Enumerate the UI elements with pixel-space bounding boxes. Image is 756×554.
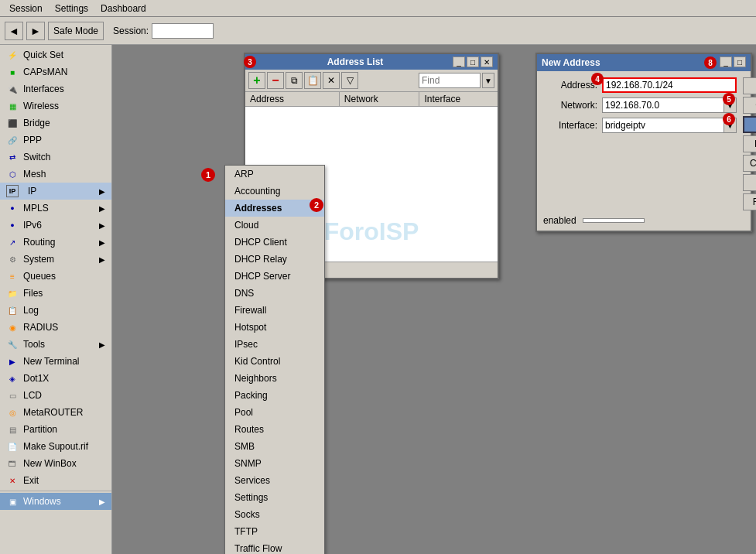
addr-find-input[interactable] xyxy=(419,73,481,88)
sidebar-item-routing[interactable]: ↗ Routing ▶ xyxy=(0,234,111,251)
submenu-dhcp-client[interactable]: DHCP Client xyxy=(225,234,324,251)
submenu-dhcp-server[interactable]: DHCP Server xyxy=(225,268,324,285)
submenu-neighbors[interactable]: Neighbors xyxy=(225,370,324,387)
sidebar-label-lcd: LCD xyxy=(23,390,42,401)
comment-button[interactable]: Comment xyxy=(743,155,756,172)
submenu-snmp[interactable]: SNMP xyxy=(225,455,324,472)
sidebar-item-dot1x[interactable]: ◈ Dot1X xyxy=(0,370,111,387)
apply-button[interactable]: Apply xyxy=(743,116,756,133)
submenu-kid-control[interactable]: Kid Control xyxy=(225,353,324,370)
submenu-tftp[interactable]: TFTP xyxy=(225,523,324,540)
addr-list-maximize[interactable]: □ xyxy=(467,56,479,67)
copy-action-button[interactable]: Copy xyxy=(743,174,756,191)
interface-input[interactable] xyxy=(602,118,724,133)
submenu-services[interactable]: Services xyxy=(225,472,324,489)
cancel-button[interactable]: 7 Cancel xyxy=(743,97,756,114)
sidebar-item-log[interactable]: 📋 Log xyxy=(0,302,111,319)
forward-button[interactable]: ► xyxy=(26,22,45,40)
network-input[interactable] xyxy=(602,97,724,113)
ip-submenu: ARP Accounting Addresses Cloud DHCP Clie… xyxy=(224,165,325,554)
sidebar-item-files[interactable]: 📁 Files xyxy=(0,285,111,302)
interface-select-wrapper: ▼ xyxy=(602,118,737,133)
submenu-dns[interactable]: DNS xyxy=(225,285,324,302)
submenu-dhcp-relay[interactable]: DHCP Relay xyxy=(225,251,324,268)
safe-mode-button[interactable]: Safe Mode xyxy=(48,22,104,40)
addr-add-button[interactable]: + xyxy=(248,72,265,89)
submenu-socks[interactable]: Socks xyxy=(225,506,324,523)
new-addr-titlebar: New Address 8 _ □ xyxy=(537,54,751,71)
submenu-ipsec[interactable]: IPsec xyxy=(225,336,324,353)
tools-icon: 🔧 xyxy=(6,338,19,351)
addr-copy-button[interactable]: ⧉ xyxy=(286,72,303,89)
submenu-arp[interactable]: ARP xyxy=(225,166,324,183)
addr-list-close[interactable]: ✕ xyxy=(481,56,493,67)
sidebar: ⚡ Quick Set ■ CAPsMAN 🔌 Interfaces ▦ Wir… xyxy=(0,45,112,554)
addr-filter-button[interactable]: ▽ xyxy=(341,72,358,89)
sidebar-item-quick-set[interactable]: ⚡ Quick Set xyxy=(0,46,111,63)
sidebar-item-capsman[interactable]: ■ CAPsMAN xyxy=(0,63,111,80)
submenu-hotspot[interactable]: Hotspot xyxy=(225,319,324,336)
sidebar-item-bridge[interactable]: ⬛ Bridge xyxy=(0,115,111,132)
sidebar-separator xyxy=(0,491,111,491)
sidebar-item-ip[interactable]: IP IP ▶ xyxy=(0,183,111,200)
addr-delete-button[interactable]: ✕ xyxy=(323,72,340,89)
back-button[interactable]: ◄ xyxy=(5,22,23,40)
submenu-packing[interactable]: Packing xyxy=(225,387,324,404)
remove-button[interactable]: Remove xyxy=(743,193,756,210)
addr-table-header: Address Network Interface xyxy=(245,92,498,107)
system-arrow: ▶ xyxy=(99,255,105,264)
sidebar-item-system[interactable]: ⚙ System ▶ xyxy=(0,251,111,268)
sidebar-item-metarouter[interactable]: ◎ MetaROUTER xyxy=(0,404,111,421)
sidebar-item-partition[interactable]: ▤ Partition xyxy=(0,421,111,438)
session-input[interactable] xyxy=(152,23,214,39)
submenu-firewall[interactable]: Firewall xyxy=(225,302,324,319)
sidebar-item-ipv6[interactable]: ● IPv6 ▶ xyxy=(0,217,111,234)
log-icon: 📋 xyxy=(6,304,19,316)
menu-dashboard[interactable]: Dashboard xyxy=(94,2,152,15)
ok-button[interactable]: OK xyxy=(743,77,756,94)
sidebar-label-exit: Exit xyxy=(23,475,39,486)
sidebar-item-new-winbox[interactable]: 🗔 New WinBox xyxy=(0,455,111,472)
sidebar-item-wireless[interactable]: ▦ Wireless xyxy=(0,97,111,115)
sidebar-item-tools[interactable]: 🔧 Tools ▶ xyxy=(0,336,111,353)
windows-icon: ▣ xyxy=(6,495,19,508)
sidebar-item-radius[interactable]: ◉ RADIUS xyxy=(0,319,111,336)
ip-arrow: ▶ xyxy=(99,187,105,196)
sidebar-item-queues[interactable]: ≡ Queues xyxy=(0,268,111,285)
sidebar-item-windows[interactable]: ▣ Windows ▶ xyxy=(0,493,111,510)
sidebar-item-mpls[interactable]: ● MPLS ▶ xyxy=(0,200,111,217)
addr-list-minimize[interactable]: _ xyxy=(453,56,465,67)
addr-paste-button[interactable]: 📋 xyxy=(304,72,321,89)
disable-button[interactable]: Disable xyxy=(743,135,756,152)
submenu-routes[interactable]: Routes xyxy=(225,421,324,438)
sidebar-item-switch[interactable]: ⇄ Switch xyxy=(0,149,111,166)
enabled-value xyxy=(583,218,645,223)
submenu-settings[interactable]: Settings xyxy=(225,489,324,506)
addr-find-dropdown[interactable]: ▼ xyxy=(482,73,494,88)
sidebar-item-new-terminal[interactable]: ▶ New Terminal xyxy=(0,353,111,370)
network-select-wrapper: ▼ xyxy=(602,97,737,113)
sidebar-label-queues: Queues xyxy=(23,271,56,282)
sidebar-item-mesh[interactable]: ⬡ Mesh xyxy=(0,166,111,183)
submenu-pool[interactable]: Pool xyxy=(225,404,324,421)
badge-3: 3 xyxy=(244,56,256,68)
sidebar-item-ppp[interactable]: 🔗 PPP xyxy=(0,132,111,149)
sidebar-item-exit[interactable]: ✕ Exit xyxy=(0,472,111,489)
submenu-accounting[interactable]: Accounting xyxy=(225,183,324,200)
addr-remove-button[interactable]: − xyxy=(267,72,284,89)
new-addr-maximize[interactable]: □ xyxy=(734,56,746,67)
menu-session[interactable]: Session xyxy=(3,2,49,15)
capsman-icon: ■ xyxy=(6,66,19,78)
new-addr-minimize[interactable]: _ xyxy=(720,56,732,67)
sidebar-item-interfaces[interactable]: 🔌 Interfaces xyxy=(0,80,111,97)
menu-settings[interactable]: Settings xyxy=(49,2,94,15)
radius-icon: ◉ xyxy=(6,321,19,333)
submenu-traffic-flow[interactable]: Traffic Flow xyxy=(225,540,324,554)
address-input[interactable] xyxy=(602,77,737,93)
submenu-cloud[interactable]: Cloud xyxy=(225,217,324,234)
interfaces-icon: 🔌 xyxy=(6,83,19,95)
enabled-row: enabled xyxy=(537,210,751,231)
submenu-smb[interactable]: SMB xyxy=(225,438,324,455)
sidebar-item-lcd[interactable]: ▭ LCD xyxy=(0,387,111,404)
sidebar-item-make-supout[interactable]: 📄 Make Supout.rif xyxy=(0,438,111,455)
